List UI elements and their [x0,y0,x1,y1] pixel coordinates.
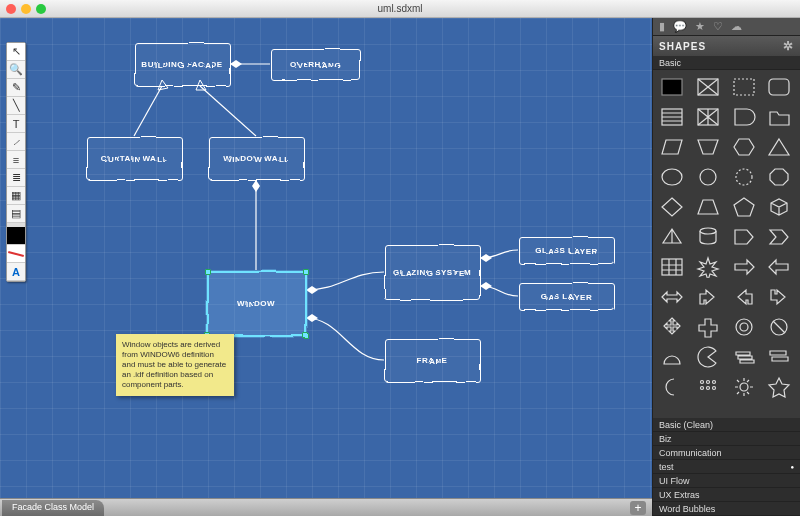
shape-category[interactable]: Basic (Clean) [653,418,800,432]
shape-moon[interactable] [657,374,687,400]
shape-ring[interactable] [729,314,759,340]
shape-ellipse[interactable] [657,164,687,190]
shape-burst[interactable] [693,254,723,280]
gear-icon[interactable]: ✲ [783,39,794,53]
shape-corner-arrow-1[interactable] [693,284,723,310]
svg-point-27 [712,381,715,384]
distribute-tool[interactable]: ≣ [7,169,25,187]
eyedropper-tool[interactable]: ⟋ [7,133,25,151]
shape-rounded-rect[interactable] [764,74,794,100]
shape-grid [653,70,800,418]
shape-corner-arrow-2[interactable] [729,284,759,310]
node-window[interactable]: WINDOW [206,270,306,336]
shape-dots[interactable] [693,374,723,400]
page-tab-label: Facade Class Model [12,502,94,512]
shape-stack[interactable] [764,344,794,370]
group-tool[interactable]: ▦ [7,187,25,205]
shape-category[interactable]: Biz [653,432,800,446]
text-color-swatch[interactable]: A [7,263,25,281]
add-page-button[interactable]: + [630,501,646,515]
pencil-tool[interactable]: ✎ [7,79,25,97]
svg-point-29 [706,387,709,390]
shape-arrow-bi[interactable] [657,284,687,310]
star-icon[interactable]: ★ [695,20,705,33]
shape-sun[interactable] [729,374,759,400]
shape-crosshatch[interactable] [693,104,723,130]
shape-diamond[interactable] [657,194,687,220]
pointer-tool[interactable]: ↖ [7,43,25,61]
shape-category[interactable]: Communication [653,446,800,460]
node-label: GAS LAYER [541,292,591,301]
shape-hexagon[interactable] [729,134,759,160]
shape-parallelogram[interactable] [657,134,687,160]
shape-tag[interactable] [729,224,759,250]
shape-rect-cross[interactable] [693,74,723,100]
shape-circle[interactable] [693,164,723,190]
heart-icon[interactable]: ♡ [713,20,723,33]
shape-trapezoid-down[interactable] [693,134,723,160]
resize-handle[interactable] [302,332,308,338]
category-label: Communication [659,448,722,458]
shape-trapezoid-up[interactable] [693,194,723,220]
shape-category-open[interactable]: Basic [653,56,800,70]
shape-cube[interactable] [764,194,794,220]
text-tool[interactable]: T [7,115,25,133]
plus-icon: + [634,501,641,515]
shape-category[interactable]: test [653,460,800,474]
shape-grid[interactable] [657,254,687,280]
shape-corner-arrow-3[interactable] [764,284,794,310]
shape-arrow-left[interactable] [764,254,794,280]
canvas[interactable]: ↖ 🔍 ✎ ╲ T ⟋ ≡ ≣ ▦ ▤ A [0,18,652,516]
resize-handle[interactable] [302,268,308,274]
shape-category[interactable]: Word Bubbles [653,502,800,516]
node-glazing-system[interactable]: GLAZING SYSTEM [384,244,480,300]
node-gas-layer[interactable]: GAS LAYER [518,282,614,310]
cloud-icon[interactable]: ☁ [731,20,742,33]
shape-hatch[interactable] [657,104,687,130]
node-frame[interactable]: FRAME [384,338,480,382]
shape-chevron[interactable] [764,224,794,250]
fill-color-swatch[interactable] [7,227,25,245]
svg-point-30 [712,387,715,390]
ungroup-tool[interactable]: ▤ [7,205,25,223]
magnify-tool[interactable]: 🔍 [7,61,25,79]
node-window-wall[interactable]: WINDOW WALL [208,136,304,180]
node-overhang[interactable]: OVERHANG [270,48,360,80]
shape-rect-dashed[interactable] [729,74,759,100]
node-building-facade[interactable]: BUILDING FACADE [134,42,230,86]
node-curtain-wall[interactable]: CURTAIN WALL [86,136,182,180]
shape-octagon[interactable] [764,164,794,190]
svg-point-22 [740,323,748,331]
node-label: OVERHANG [290,60,340,69]
shape-category[interactable]: UI Flow [653,474,800,488]
comment-icon[interactable]: ▮ [659,20,665,33]
sticky-note[interactable]: Window objects are derived from WINDOW6 … [116,334,234,396]
shape-star[interactable] [764,374,794,400]
shape-pentagon[interactable] [729,194,759,220]
resize-handle[interactable] [204,268,210,274]
shape-arrow-right[interactable] [729,254,759,280]
shape-layers[interactable] [729,344,759,370]
chat-icon[interactable]: 💬 [673,20,687,33]
shape-triangle[interactable] [764,134,794,160]
align-tool[interactable]: ≡ [7,151,25,169]
shape-circle-dashed[interactable] [729,164,759,190]
panel-tab-icons[interactable]: ▮ 💬 ★ ♡ ☁ [653,18,800,36]
line-color-swatch[interactable] [7,245,25,263]
shape-no[interactable] [764,314,794,340]
shape-move[interactable] [657,314,687,340]
shape-pacman[interactable] [693,344,723,370]
node-glass-layer[interactable]: GLASS LAYER [518,236,614,264]
page-tab[interactable]: Facade Class Model [2,500,104,516]
shape-cylinder[interactable] [693,224,723,250]
shape-category[interactable]: UX Extras [653,488,800,502]
node-label: FRAME [417,356,448,365]
shape-half-circle[interactable] [657,344,687,370]
shape-pyramid[interactable] [657,224,687,250]
shape-rect-filled[interactable] [657,74,687,100]
line-tool[interactable]: ╲ [7,97,25,115]
svg-point-17 [700,169,716,185]
shape-plus[interactable] [693,314,723,340]
shape-d[interactable] [729,104,759,130]
shape-folder[interactable] [764,104,794,130]
